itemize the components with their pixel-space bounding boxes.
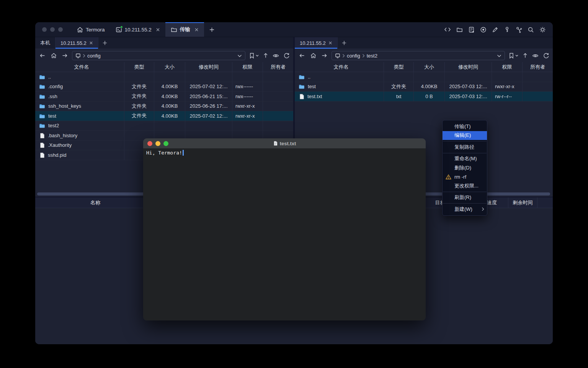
menu-item-change-permissions[interactable]: 更改权限... xyxy=(443,181,487,191)
termora-window: Termora 10.211.55.2 传输 xyxy=(35,22,553,344)
column-header[interactable]: 文件名 xyxy=(35,62,124,72)
caret-down-icon[interactable] xyxy=(515,54,518,57)
table-row[interactable]: .config 文件夹4.00KB2025-07-02 12:...rwx---… xyxy=(35,82,293,92)
table-row[interactable]: test 文件夹4.00KB2025-07-03 12:...rwxr-xr-x xyxy=(295,82,553,92)
table-header: 文件名 类型 大小 修改时间 权限 所有者 xyxy=(295,62,553,72)
keychain-icon[interactable] xyxy=(516,26,522,33)
up-directory-button[interactable] xyxy=(523,53,528,58)
search-icon[interactable] xyxy=(528,26,534,33)
show-hidden-eye-icon[interactable] xyxy=(273,53,279,59)
close-window-button[interactable] xyxy=(42,27,47,32)
menu-item-edit[interactable]: 编辑(E) xyxy=(443,131,487,140)
tab-ssh-session[interactable]: 10.211.55.2 xyxy=(110,22,165,37)
log-icon[interactable] xyxy=(468,26,475,33)
code-icon[interactable] xyxy=(444,26,451,33)
path-segment[interactable]: config xyxy=(347,53,360,59)
chevron-down-icon[interactable] xyxy=(237,54,242,58)
left-pane-tab-bar: 本机 10.211.55.2 xyxy=(35,37,293,49)
forward-button[interactable] xyxy=(61,53,69,58)
computer-icon xyxy=(335,53,340,59)
menu-item-rename[interactable]: 重命名(M) xyxy=(443,154,487,164)
window-titlebar: Termora 10.211.55.2 传输 xyxy=(35,22,553,37)
column-header[interactable]: 大小 xyxy=(154,62,185,72)
menu-item-transfer[interactable]: 传输(T) xyxy=(443,122,487,131)
folder-icon xyxy=(39,74,45,80)
table-header: 文件名 类型 大小 修改时间 权限 所有者 xyxy=(35,62,293,72)
column-header[interactable]: 类型 xyxy=(124,62,154,72)
minimize-window-button[interactable] xyxy=(50,27,55,32)
menu-item-delete[interactable]: 删除(D) xyxy=(443,163,487,172)
column-header[interactable]: 所有者 xyxy=(523,62,553,72)
tab-remote-host[interactable]: 10.211.55.2 xyxy=(295,37,338,49)
tab-termora-home[interactable]: Termora xyxy=(71,22,110,37)
bookmark-icon[interactable] xyxy=(508,53,514,59)
column-header[interactable]: 剩余时间 xyxy=(508,197,537,208)
bookmark-icon[interactable] xyxy=(249,53,255,59)
path-segment[interactable]: config xyxy=(87,53,101,59)
show-hidden-eye-icon[interactable] xyxy=(532,53,539,59)
column-header[interactable]: 权限 xyxy=(492,62,523,72)
close-icon[interactable] xyxy=(328,41,332,45)
refresh-icon[interactable] xyxy=(543,53,549,59)
column-header[interactable]: 名称 xyxy=(35,197,156,208)
settings-gear-icon[interactable] xyxy=(539,26,546,33)
chevron-down-icon[interactable] xyxy=(497,54,501,58)
context-menu: 传输(T) 编辑(E) 复制路径 重命名(M) 删除(D) rm -rf 更改权… xyxy=(442,120,487,216)
column-header[interactable]: 修改时间 xyxy=(445,62,492,72)
path-segment[interactable]: test2 xyxy=(367,53,377,59)
tab-label: 传输 xyxy=(180,26,190,33)
refresh-icon[interactable] xyxy=(283,53,290,59)
new-tab-button[interactable] xyxy=(204,22,220,37)
submenu-chevron-icon xyxy=(482,207,484,211)
traffic-lights xyxy=(35,22,71,37)
maximize-window-button[interactable] xyxy=(58,27,63,32)
table-row[interactable]: .. xyxy=(295,72,553,82)
editor-titlebar[interactable]: test.txt xyxy=(143,138,426,148)
column-header[interactable]: 修改时间 xyxy=(185,62,232,72)
folder-icon xyxy=(39,103,45,109)
tab-local[interactable]: 本机 xyxy=(35,37,56,49)
menu-separator xyxy=(443,153,487,153)
folder-icon xyxy=(39,94,45,99)
caret-down-icon[interactable] xyxy=(256,54,259,57)
record-icon[interactable] xyxy=(480,26,487,33)
path-input[interactable]: config xyxy=(72,51,245,60)
editor-text: Hi, Termora! xyxy=(146,150,182,156)
home-icon xyxy=(77,26,83,33)
edit-icon[interactable] xyxy=(492,26,498,33)
table-row[interactable]: .. xyxy=(35,72,293,82)
table-row[interactable]: ssh_host_keys 文件夹4.00KB2025-06-26 17:...… xyxy=(35,102,293,112)
menu-item-rm-rf[interactable]: rm -rf xyxy=(443,172,487,182)
file-icon xyxy=(273,141,278,146)
table-row-selected[interactable]: test.txt txt0 B2025-07-03 12:...rw-r--r-… xyxy=(295,92,553,102)
column-header[interactable]: 大小 xyxy=(414,62,445,72)
close-icon[interactable] xyxy=(194,28,199,32)
add-pane-tab-button[interactable] xyxy=(338,37,351,49)
add-pane-tab-button[interactable] xyxy=(98,37,111,49)
table-row-selected[interactable]: test 文件夹4.00KB2025-07-02 12:...rwxr-xr-x xyxy=(35,111,293,121)
home-button[interactable] xyxy=(309,53,317,59)
path-input[interactable]: config test2 xyxy=(332,51,505,60)
up-directory-button[interactable] xyxy=(263,53,268,58)
home-button[interactable] xyxy=(50,53,57,59)
back-button[interactable] xyxy=(39,53,46,58)
close-icon[interactable] xyxy=(89,41,93,45)
close-icon[interactable] xyxy=(156,28,160,32)
tab-remote-host[interactable]: 10.211.55.2 xyxy=(56,37,98,49)
column-header[interactable]: 权限 xyxy=(232,62,263,72)
forward-button[interactable] xyxy=(320,53,328,58)
menu-item-refresh[interactable]: 刷新(R) xyxy=(443,193,487,202)
table-row[interactable]: test2 xyxy=(35,121,293,131)
tab-label: Termora xyxy=(86,27,105,33)
folder-icon[interactable] xyxy=(456,26,463,33)
editor-content[interactable]: Hi, Termora! xyxy=(143,148,426,320)
column-header[interactable]: 所有者 xyxy=(263,62,293,72)
menu-item-new[interactable]: 新建(W) xyxy=(443,205,487,214)
back-button[interactable] xyxy=(298,53,306,58)
key-icon[interactable] xyxy=(504,26,510,33)
column-header[interactable]: 类型 xyxy=(384,62,414,72)
column-header[interactable]: 文件名 xyxy=(295,62,384,72)
menu-item-copy-path[interactable]: 复制路径 xyxy=(443,143,487,152)
tab-transfer[interactable]: 传输 xyxy=(165,22,204,37)
table-row[interactable]: .ssh 文件夹4.00KB2025-06-21 15:...rwx------ xyxy=(35,92,293,102)
